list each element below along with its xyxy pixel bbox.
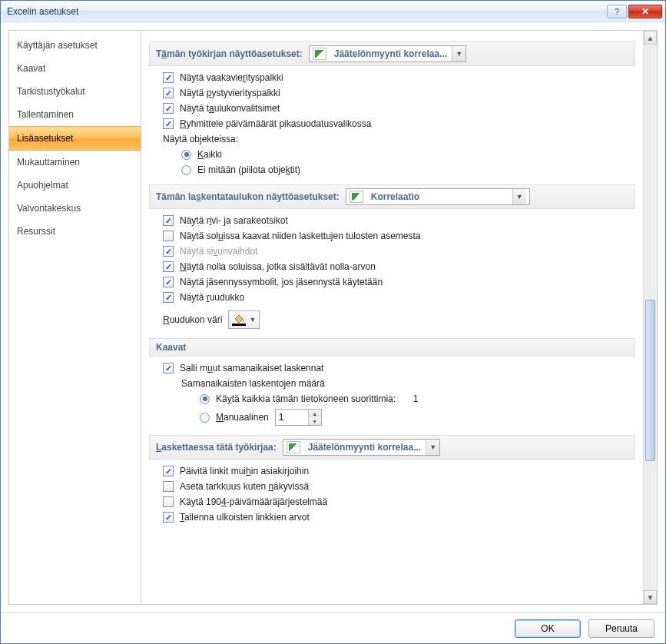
thread-count-label: Samanaikaisten laskentojen määrä [181,378,635,389]
checkbox-precision[interactable] [163,481,174,492]
sidebar-item-customize[interactable]: Mukauttaminen [9,151,141,174]
section-formulas: Kaavat [149,338,635,357]
cancel-button[interactable]: Peruuta [588,619,654,638]
chevron-down-icon: ▼ [452,46,466,61]
chevron-down-icon: ▼ [512,189,526,204]
sidebar-item-user[interactable]: Käyttäjän asetukset [9,34,141,57]
close-button[interactable]: ✕ [628,5,662,18]
checkbox-gridlines[interactable] [163,292,174,303]
sidebar-item-save[interactable]: Tallentaminen [9,103,141,126]
paint-bucket-icon [232,314,246,326]
objects-label: Näytä objekteissa: [163,134,635,144]
worksheet-dropdown[interactable]: Korrelaatio ▼ [346,188,530,205]
help-button[interactable]: ? [607,5,627,18]
section-worksheet-display: Tämän laskentataulukon näyttöasetukset: … [149,184,635,209]
radio-use-all-cpus[interactable] [200,394,210,404]
grid-color-picker[interactable]: ▼ [228,310,260,329]
checkbox-show-formulas[interactable] [163,231,174,241]
checkbox-vscroll[interactable] [163,88,174,98]
category-sidebar: Käyttäjän asetukset Kaavat Tarkistustyök… [8,30,141,605]
checkbox-1904[interactable] [163,496,174,507]
options-panel: Tämän työkirjan näyttöasetukset: Jäätelö… [141,30,658,605]
ok-button[interactable]: OK [515,619,581,638]
section-workbook-display: Tämän työkirjan näyttöasetukset: Jäätelö… [149,41,635,66]
vertical-scrollbar[interactable]: ▲ ▼ [643,31,657,604]
sidebar-item-trust[interactable]: Valvontakeskus [9,197,141,220]
sidebar-item-advanced[interactable]: Lisäasetukset [9,126,141,151]
grid-color-label: Ruudukon väri [163,314,222,325]
checkbox-outline[interactable] [163,277,174,287]
checkbox-groupdates[interactable] [163,118,174,129]
scroll-down-icon[interactable]: ▼ [644,590,657,604]
checkbox-sheettabs[interactable] [163,103,174,114]
manual-cpu-spinner[interactable]: ▲▼ [275,409,322,426]
section-calculating: Laskettaessa tätä työkirjaa: Jäätelönmyy… [149,435,635,460]
chevron-down-icon: ▼ [249,316,256,324]
spinner-down-icon[interactable]: ▼ [309,417,321,425]
checkbox-show-zero[interactable] [163,261,174,272]
excel-icon [287,441,300,453]
sidebar-item-proofing[interactable]: Tarkistustyökalut [9,80,141,103]
titlebar: Excelin asetukset ? ✕ [1,1,665,22]
chevron-down-icon: ▼ [426,440,439,455]
checkbox-multithread[interactable] [163,363,174,373]
dialog-footer: OK Peruuta [1,612,665,643]
sidebar-item-addins[interactable]: Apuohjelmat [9,174,141,197]
spinner-up-icon[interactable]: ▲ [309,410,321,417]
checkbox-update-links[interactable] [163,466,174,476]
checkbox-save-ext-links[interactable] [163,512,174,523]
scrollbar-thumb[interactable] [645,300,655,461]
sheet-icon [350,191,363,203]
radio-objects-all[interactable] [181,150,191,160]
radio-manual-cpus[interactable] [200,413,210,423]
radio-objects-none[interactable] [181,165,191,175]
scroll-up-icon[interactable]: ▲ [644,31,657,45]
manual-cpu-input[interactable] [276,410,308,425]
excel-icon [313,48,326,60]
checkbox-pagebreaks [163,246,174,257]
checkbox-hscroll[interactable] [163,72,174,83]
workbook-dropdown[interactable]: Jäätelönmyynti korrelaa... ▼ [309,45,466,62]
cpu-count-value: 1 [413,393,419,404]
sidebar-item-resources[interactable]: Resurssit [9,220,141,243]
checkbox-headers[interactable] [163,215,174,226]
sidebar-item-formulas[interactable]: Kaavat [9,57,141,80]
options-dialog: Excelin asetukset ? ✕ Käyttäjän asetukse… [0,0,666,644]
calculating-dropdown[interactable]: Jäätelönmyynti korrelaa... ▼ [283,439,440,456]
window-title: Excelin asetukset [7,6,607,17]
